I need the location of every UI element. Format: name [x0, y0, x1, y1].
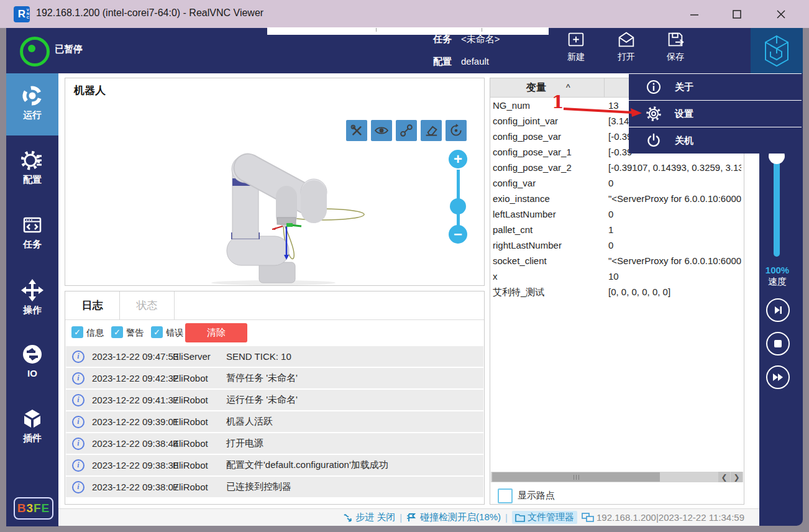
scroll-right-button[interactable]: ❯ [731, 472, 743, 482]
window-title: 192.168.1.200 (intel-corei7-64:0) - Real… [36, 7, 263, 19]
robot-status-icon[interactable] [20, 37, 50, 66]
menu-item-shutdown[interactable]: 关机 [629, 127, 802, 154]
eye-icon [373, 122, 390, 139]
config-value: default [461, 56, 489, 66]
collision-detection-toggle[interactable]: 碰撞检测开启(18%) [406, 511, 501, 523]
sidebar-item-configure[interactable]: 配置 [6, 138, 58, 200]
new-task-button[interactable]: 新建 [554, 30, 598, 71]
maximize-button[interactable] [721, 0, 752, 28]
save-task-button[interactable]: 保存 [654, 30, 697, 71]
menu-item-about[interactable]: 关于 [629, 74, 802, 101]
variable-row[interactable]: rightLastNumber0 [493, 238, 741, 254]
waypoints-icon [398, 122, 414, 139]
operate-icon [21, 278, 44, 302]
task-icon [21, 214, 43, 236]
log-row: i 2023-12-22 09:41:37 EliRobot 运行任务 '未命名… [66, 390, 483, 410]
network-monitors-icon [582, 513, 594, 523]
log-row: i 2023-12-22 09:38:44 EliRobot 打开电源 [66, 433, 483, 454]
fast-forward-icon [772, 373, 784, 382]
elite-cube-logo-icon [763, 35, 790, 67]
filter-error-label: 错误 [166, 328, 183, 339]
variable-row[interactable]: pallet_cnt1 [493, 222, 741, 238]
step-next-icon [773, 305, 783, 315]
show-waypoints-checkbox[interactable] [498, 488, 513, 503]
filter-warning-label: 警告 [126, 328, 144, 339]
step-mode-toggle[interactable]: 步进 关闭 [343, 511, 395, 523]
speed-label: 速度 [759, 276, 795, 288]
variable-row[interactable]: exio_instance"<ServerProxy for 6.0.0.10:… [493, 191, 741, 207]
sidebar-item-operate[interactable]: 操作 [6, 267, 58, 329]
variable-row[interactable]: config_pose_var_2[-0.39107, 0.14393, 0.3… [493, 160, 741, 176]
open-file-icon [616, 30, 636, 50]
menu-item-settings[interactable]: 设置 [629, 101, 802, 127]
statusbar-separator: | [505, 512, 508, 523]
info-icon: i [72, 438, 85, 450]
log-row: i 2023-12-22 09:47:53 EliServer SEND TIC… [66, 346, 483, 367]
minimize-button[interactable] [679, 0, 710, 28]
variable-row[interactable]: x10 [493, 269, 741, 285]
connection-status: 192.168.1.200|2023-12-22 11:34:59 [582, 512, 744, 523]
filter-error-checkbox[interactable]: ✓ [151, 326, 163, 338]
log-row: i 2023-12-22 09:42:32 EliRobot 暂停任务 '未命名… [66, 368, 483, 388]
scrollbar-thumb[interactable] [492, 472, 660, 482]
variable-row[interactable]: leftLastNumber0 [493, 207, 741, 222]
brand-menu-button[interactable] [751, 28, 803, 73]
statusbar-separator: | [400, 512, 402, 523]
fast-forward-button[interactable] [766, 365, 790, 389]
visibility-button[interactable] [371, 120, 392, 141]
reset-view-button[interactable] [446, 120, 467, 141]
maximize-icon [733, 10, 741, 19]
info-icon [646, 80, 661, 94]
tabs-divider [65, 319, 484, 320]
gear-icon [646, 106, 661, 121]
tab-log[interactable]: 日志 [65, 291, 120, 319]
filter-info-checkbox[interactable]: ✓ [71, 326, 83, 338]
sidebar-item-run[interactable]: 运行 [6, 73, 58, 135]
info-icon: i [72, 459, 85, 472]
filter-warning-checkbox[interactable]: ✓ [111, 326, 123, 338]
vnc-toolbar-collapsed[interactable] [267, 27, 549, 35]
log-row: i 2023-12-22 09:39:01 EliRobot 机器人活跃 [66, 411, 483, 432]
robot-status-dot [28, 45, 35, 52]
robot-3d-panel: 机器人 [65, 78, 485, 286]
zoom-slider-handle[interactable] [450, 198, 466, 214]
horizontal-scrollbar[interactable]: ❮ ❯ [491, 472, 743, 482]
close-button[interactable] [766, 0, 797, 28]
waypoints-button[interactable] [396, 120, 417, 141]
variable-row[interactable]: config_var0 [493, 176, 741, 191]
open-task-button[interactable]: 打开 [605, 30, 648, 71]
log-row: i 2023-12-22 09:38:38 EliRobot 配置文件'defa… [66, 455, 483, 475]
system-dropdown-menu: 关于 设置 关机 [629, 73, 802, 154]
eraser-button[interactable] [421, 120, 442, 141]
show-waypoints-label: 显示路点 [518, 490, 555, 502]
task-value: <未命名> [461, 34, 500, 45]
stop-button[interactable] [766, 332, 790, 355]
zoom-out-button[interactable]: − [449, 225, 467, 244]
scroll-left-button[interactable]: ❮ [718, 472, 730, 482]
variable-row[interactable]: 艾利特_测试[0, 0, 0, 0, 0, 0] [493, 285, 741, 300]
zoom-in-button[interactable]: + [449, 150, 467, 168]
step-mode-icon [343, 513, 353, 523]
robot-3d-viewport[interactable] [65, 78, 484, 285]
sidebar-item-io[interactable]: IO [6, 332, 58, 394]
run-icon [21, 85, 43, 107]
realvnc-logo-icon: RVNC [14, 6, 30, 22]
sidebar-item-plugin[interactable]: 插件 [6, 397, 58, 459]
task-label: 任务 [433, 34, 452, 45]
file-manager-button[interactable]: 文件管理器 [512, 511, 577, 524]
variable-row[interactable]: socket_client"<ServerProxy for 6.0.0.10:… [493, 254, 741, 269]
header-column-divider [604, 78, 605, 97]
info-icon: i [72, 351, 85, 363]
close-icon [777, 10, 785, 19]
clear-log-button[interactable]: 清除 [185, 323, 247, 342]
collision-icon [406, 513, 418, 523]
log-row: i 2023-12-22 09:38:07 EliRobot 已连接到控制器 [66, 477, 483, 497]
new-file-icon [566, 30, 586, 50]
b3fe-badge: B 3 F E [14, 497, 53, 520]
step-next-button[interactable] [766, 298, 790, 322]
speed-slider-track[interactable] [774, 154, 780, 257]
tab-status[interactable]: 状态 [120, 291, 175, 319]
tools-button[interactable] [346, 120, 367, 141]
config-label: 配置 [433, 56, 452, 68]
sidebar-item-task[interactable]: 任务 [6, 203, 58, 265]
